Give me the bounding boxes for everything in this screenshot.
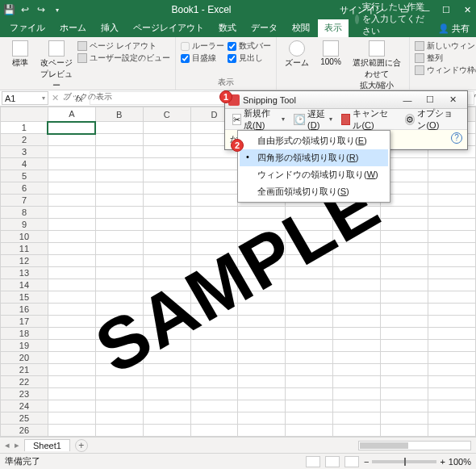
row-header[interactable]: 5 <box>1 170 48 182</box>
qat-dropdown-icon[interactable]: ▾ <box>52 4 63 15</box>
cell[interactable] <box>95 400 143 412</box>
newwindow-button[interactable]: 新しいウィンドウを開く <box>415 40 476 52</box>
freeze-button[interactable]: ウィンドウ枠の固定 ▾ <box>415 65 476 76</box>
cell[interactable] <box>286 352 333 364</box>
cell[interactable] <box>95 255 143 267</box>
cell[interactable] <box>48 400 95 412</box>
cell[interactable] <box>95 170 143 182</box>
cell[interactable] <box>48 291 95 304</box>
zoom-out-icon[interactable]: − <box>364 457 369 467</box>
zoom-in-icon[interactable]: + <box>440 457 445 467</box>
cell[interactable] <box>238 400 286 412</box>
cell[interactable] <box>238 207 286 219</box>
cell[interactable] <box>143 243 190 255</box>
cell[interactable] <box>381 425 428 437</box>
cell[interactable] <box>190 207 238 219</box>
mode-rect[interactable]: 四角形の領域切り取り(R) <box>240 149 388 166</box>
tab-pagelayout[interactable]: ページレイアウト <box>127 19 211 37</box>
cell[interactable] <box>333 279 381 291</box>
cell[interactable] <box>48 267 95 279</box>
cell[interactable] <box>428 425 476 437</box>
cell[interactable] <box>95 376 143 388</box>
cell[interactable] <box>381 243 428 255</box>
mode-freeform[interactable]: 自由形式の領域切り取り(E) <box>240 132 388 149</box>
cell[interactable] <box>190 291 238 304</box>
cell[interactable] <box>428 352 476 364</box>
cell[interactable] <box>48 412 95 425</box>
cell[interactable] <box>286 425 333 437</box>
cell[interactable] <box>333 412 381 425</box>
row-header[interactable]: 18 <box>1 328 48 340</box>
cell[interactable] <box>238 243 286 255</box>
cell[interactable] <box>381 352 428 364</box>
cell[interactable] <box>190 182 238 195</box>
cell[interactable] <box>143 376 190 388</box>
cell[interactable] <box>190 255 238 267</box>
cell[interactable] <box>428 267 476 279</box>
cell[interactable] <box>333 340 381 352</box>
cell[interactable] <box>190 425 238 437</box>
cell[interactable] <box>48 134 95 146</box>
view-normal-icon[interactable] <box>306 456 320 467</box>
snip-maximize-icon[interactable]: ☐ <box>419 94 441 105</box>
cell[interactable] <box>333 400 381 412</box>
cell[interactable] <box>238 425 286 437</box>
gridlines-checkbox[interactable]: 目盛線 <box>181 52 224 64</box>
cell[interactable] <box>143 316 190 328</box>
cell[interactable] <box>48 388 95 400</box>
cell[interactable] <box>381 364 428 376</box>
cell[interactable] <box>95 340 143 352</box>
mode-fullscreen[interactable]: 全画面領域切り取り(S) <box>240 183 388 200</box>
cell[interactable] <box>48 158 95 170</box>
cell[interactable] <box>381 316 428 328</box>
cell[interactable] <box>190 195 238 207</box>
cell[interactable] <box>381 388 428 400</box>
close-icon[interactable]: ✕ <box>461 5 473 15</box>
cell[interactable] <box>95 425 143 437</box>
cell[interactable] <box>333 364 381 376</box>
cell[interactable] <box>143 219 190 231</box>
cell[interactable] <box>428 182 476 195</box>
row-header[interactable]: 9 <box>1 219 48 231</box>
cell[interactable] <box>381 219 428 231</box>
cell[interactable] <box>381 291 428 304</box>
cell[interactable] <box>143 388 190 400</box>
cell[interactable] <box>95 328 143 340</box>
cell[interactable] <box>143 255 190 267</box>
cell[interactable] <box>48 328 95 340</box>
row-header[interactable]: 4 <box>1 158 48 170</box>
cell[interactable] <box>428 316 476 328</box>
cell[interactable] <box>381 400 428 412</box>
cell[interactable] <box>428 291 476 304</box>
cell[interactable] <box>286 279 333 291</box>
cell[interactable] <box>143 195 190 207</box>
cell[interactable] <box>95 146 143 158</box>
row-header[interactable]: 19 <box>1 340 48 352</box>
cell[interactable] <box>381 328 428 340</box>
fx-icon[interactable]: fx <box>73 94 86 103</box>
cell[interactable] <box>190 412 238 425</box>
cell[interactable] <box>381 304 428 316</box>
cell[interactable] <box>381 255 428 267</box>
cell[interactable] <box>95 182 143 195</box>
row-header[interactable]: 14 <box>1 279 48 291</box>
cell[interactable] <box>190 352 238 364</box>
cell[interactable] <box>48 425 95 437</box>
cell[interactable] <box>381 207 428 219</box>
cell[interactable] <box>381 376 428 388</box>
cell[interactable] <box>95 291 143 304</box>
cell[interactable] <box>428 195 476 207</box>
cell[interactable] <box>428 255 476 267</box>
cell[interactable] <box>238 231 286 243</box>
cell[interactable] <box>238 219 286 231</box>
row-header[interactable]: 21 <box>1 364 48 376</box>
cell[interactable] <box>286 207 333 219</box>
sheet-nav-next-icon[interactable]: ▸ <box>15 440 19 450</box>
cell[interactable] <box>333 231 381 243</box>
redo-icon[interactable]: ↪ <box>35 4 47 15</box>
arrange-button[interactable]: 整列 <box>415 52 476 64</box>
cell[interactable] <box>286 267 333 279</box>
tab-review[interactable]: 校閲 <box>286 19 316 37</box>
cell[interactable] <box>190 340 238 352</box>
view-pagebreak-icon[interactable] <box>344 456 359 467</box>
